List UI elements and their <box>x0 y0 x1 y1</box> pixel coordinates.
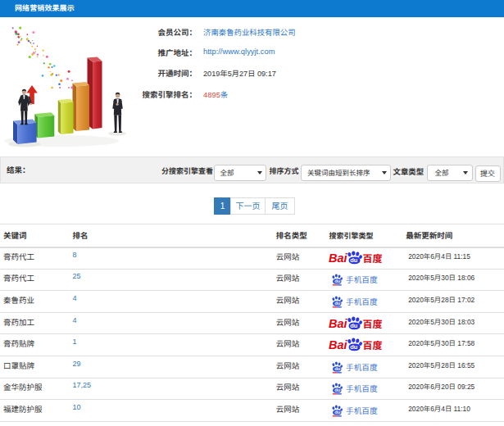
svg-text:Bai: Bai <box>329 252 348 265</box>
svg-text:du: du <box>334 301 341 306</box>
svg-text:du: du <box>334 388 341 393</box>
svg-text:du: du <box>350 256 358 264</box>
svg-text:du: du <box>334 279 341 284</box>
svg-text:du: du <box>334 366 341 371</box>
svg-text:Bai: Bai <box>329 317 348 330</box>
svg-text:手机百度: 手机百度 <box>346 405 378 416</box>
svg-text:Bai: Bai <box>329 338 348 351</box>
svg-text:du: du <box>350 343 358 351</box>
svg-text:du: du <box>350 322 358 329</box>
svg-text:手机百度: 手机百度 <box>346 274 378 285</box>
svg-text:手机百度: 手机百度 <box>346 296 378 307</box>
svg-text:手机百度: 手机百度 <box>346 361 378 373</box>
svg-text:百度: 百度 <box>362 316 382 330</box>
svg-text:百度: 百度 <box>362 338 382 351</box>
svg-text:du: du <box>334 410 341 415</box>
svg-text:手机百度: 手机百度 <box>346 383 378 394</box>
svg-text:百度: 百度 <box>362 251 382 265</box>
